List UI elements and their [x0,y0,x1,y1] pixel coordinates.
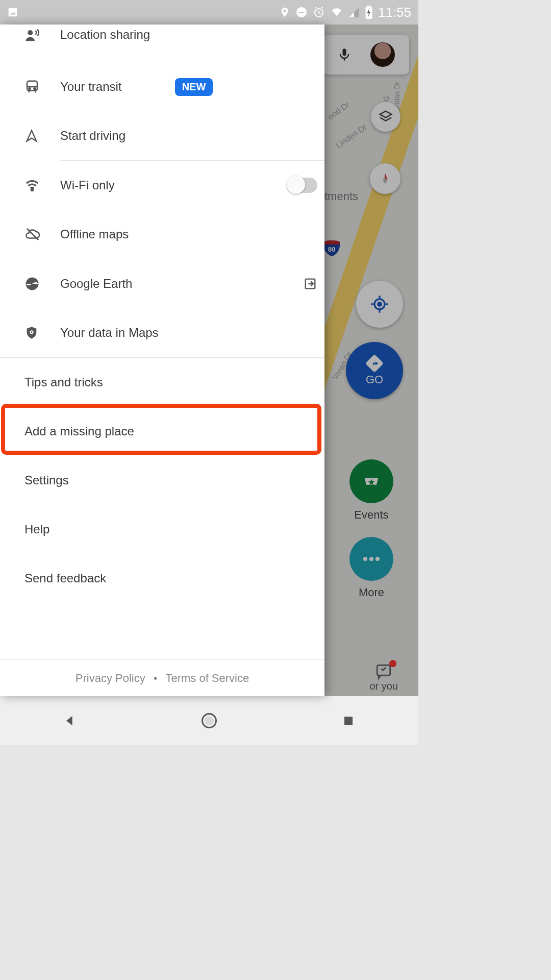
menu-your-data[interactable]: Your data in Maps [0,308,324,357]
menu-label: Help [24,522,317,536]
earth-icon [24,276,60,291]
menu-add-missing-place[interactable]: Add a missing place [0,407,324,456]
menu-label: Your transit [60,80,165,94]
wifi-only-toggle[interactable] [288,178,317,193]
menu-help[interactable]: Help [0,505,324,554]
menu-label: Location sharing [60,28,317,42]
alarm-icon [313,6,325,18]
menu-label: Offline maps [60,227,317,241]
recents-button[interactable] [338,710,359,731]
cloud-off-icon [24,227,60,242]
menu-offline-maps[interactable]: Offline maps [0,210,324,259]
svg-point-27 [28,30,33,35]
svg-point-30 [29,88,30,89]
menu-label: Add a missing place [24,424,317,438]
menu-label: Start driving [60,129,317,143]
dnd-icon [295,6,308,18]
location-pin-icon [279,6,290,19]
svg-point-34 [31,189,33,191]
svg-rect-42 [344,717,353,725]
android-nav-bar [0,696,418,745]
menu-settings[interactable]: Settings [0,456,324,505]
location-sharing-icon [24,28,60,43]
svg-rect-4 [298,12,305,13]
back-button[interactable] [60,710,80,731]
menu-label: Tips and tricks [24,375,317,389]
terms-link[interactable]: Terms of Service [165,672,249,685]
svg-point-31 [34,88,35,89]
svg-rect-0 [9,8,17,17]
scrim[interactable] [324,24,418,696]
svg-point-39 [31,331,32,333]
drawer-footer: Privacy Policy • Terms of Service [0,659,324,696]
menu-label: Your data in Maps [60,326,317,340]
status-clock: 11:55 [378,5,411,20]
wifi-icon [330,7,343,18]
new-badge: NEW [175,78,213,96]
battery-charging-icon [365,6,373,19]
open-external-icon [303,277,317,291]
screenshot-icon [7,7,18,18]
bus-icon [24,79,60,94]
menu-label: Wi-Fi only [60,178,288,192]
home-button[interactable] [199,710,219,731]
wifi-icon [24,178,60,193]
menu-start-driving[interactable]: Start driving [0,111,324,160]
menu-wifi-only[interactable]: Wi-Fi only [0,161,324,210]
privacy-link[interactable]: Privacy Policy [76,672,145,685]
separator-dot: • [154,672,158,685]
menu-location-sharing[interactable]: Location sharing [0,24,324,62]
privacy-shield-icon [24,325,60,340]
menu-your-transit[interactable]: Your transit NEW [0,62,324,111]
menu-send-feedback[interactable]: Send feedback [0,554,324,603]
cell-signal-icon [348,7,360,18]
svg-rect-7 [367,6,371,7]
menu-label: Send feedback [24,571,317,585]
menu-label: Settings [24,473,317,487]
svg-point-41 [205,716,214,725]
status-bar: 11:55 [0,0,418,24]
menu-google-earth[interactable]: Google Earth [0,259,324,308]
navigation-arrow-icon [24,129,60,143]
menu-label: Google Earth [60,277,303,291]
svg-point-2 [283,10,286,13]
menu-tips[interactable]: Tips and tricks [0,358,324,407]
nav-drawer: Location sharing Your transit NEW Start … [0,24,324,696]
